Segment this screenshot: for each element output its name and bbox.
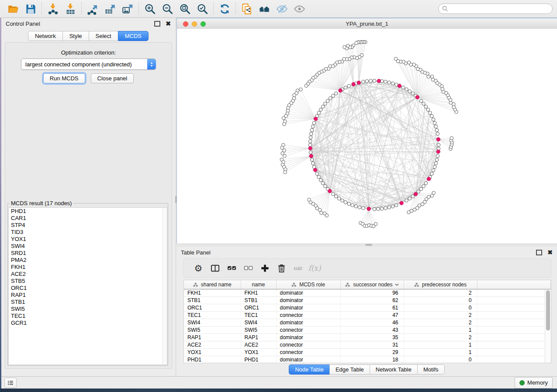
splitter-grip[interactable]: [365, 244, 372, 246]
export-network-button[interactable]: [84, 1, 101, 16]
float-window-icon[interactable]: [154, 21, 160, 27]
network-canvas[interactable]: [177, 29, 557, 243]
column-header-predecessors[interactable]: predecessor nodes: [404, 280, 477, 289]
memory-status-icon: [519, 380, 525, 385]
add-row-button[interactable]: [256, 260, 273, 276]
cell-successor-nodes: 46: [340, 319, 404, 327]
zoom-in-icon: [144, 3, 156, 15]
table-scrollbar[interactable]: [545, 289, 551, 363]
cell-filler: [477, 327, 551, 334]
export-image-button[interactable]: [119, 1, 136, 16]
import-table-icon: [65, 3, 76, 15]
refresh-button[interactable]: [216, 1, 233, 16]
table-row[interactable]: SWI5SWI5connector431: [184, 327, 551, 334]
delete-row-button[interactable]: [273, 260, 290, 276]
mcds-result-item[interactable]: SRD1: [9, 250, 167, 257]
mcds-result-item[interactable]: YOX1: [9, 236, 167, 243]
horizontal-splitter[interactable]: [176, 243, 557, 247]
tab-edge-table[interactable]: Edge Table: [329, 364, 370, 375]
table-row[interactable]: FKH1FKH1dominator962: [184, 289, 551, 297]
checked-boxes-icon: [227, 264, 236, 273]
zoom-selected-button[interactable]: [194, 1, 211, 16]
mcds-result-item[interactable]: CAR1: [9, 215, 167, 222]
tab-mcds[interactable]: MCDS: [118, 31, 149, 41]
zoom-out-button[interactable]: [159, 1, 176, 16]
export-table-button[interactable]: [101, 1, 119, 16]
mcds-result-item[interactable]: FKH1: [9, 264, 167, 271]
cell-predecessor-nodes: 2: [404, 334, 477, 341]
vertical-splitter[interactable]: [175, 18, 176, 376]
tab-network-table[interactable]: Network Table: [370, 364, 417, 375]
search-input[interactable]: [450, 5, 549, 13]
show-columns-button[interactable]: [207, 260, 223, 276]
close-panel-icon[interactable]: ✖: [547, 249, 553, 255]
memory-button[interactable]: Memory: [515, 377, 553, 389]
table-row[interactable]: STB1STB1dominator620: [184, 297, 551, 304]
zoom-in-button[interactable]: [141, 1, 159, 16]
select-all-button[interactable]: [223, 260, 240, 276]
application-window: Control Panel ✖ NetworkStyleSelectMCDS O…: [0, 0, 557, 392]
show-panels-button[interactable]: [4, 378, 17, 388]
float-window-icon[interactable]: [536, 250, 542, 255]
apply-function-button[interactable]: f(x): [306, 260, 323, 276]
open-folder-icon: [7, 3, 19, 15]
cell-successor-nodes: 43: [340, 327, 404, 334]
mcds-result-item[interactable]: STB1: [9, 299, 167, 306]
zoom-fit-button[interactable]: [176, 1, 194, 16]
cell-name: SWI5: [241, 327, 276, 334]
hide-selected-button[interactable]: [273, 1, 291, 16]
network-titlebar[interactable]: YPA_prune.txt_1: [177, 18, 557, 30]
first-neighbors-button[interactable]: [256, 1, 273, 16]
tab-node-table[interactable]: Node Table: [289, 364, 329, 375]
tab-select[interactable]: Select: [89, 31, 118, 41]
table-row[interactable]: SWI4SWI4dominator462: [184, 319, 551, 327]
column-header-name[interactable]: name: [241, 280, 276, 289]
tab-motifs[interactable]: Motifs: [417, 364, 445, 375]
table-row[interactable]: YOX1YOX1connector291: [184, 349, 551, 356]
mcds-result-item[interactable]: TID3: [9, 229, 167, 236]
tab-style[interactable]: Style: [62, 31, 89, 41]
duplicate-network-button[interactable]: [238, 1, 256, 16]
show-all-button[interactable]: [291, 1, 308, 16]
save-session-button[interactable]: [22, 1, 39, 16]
cell-mcds-role: connector: [276, 327, 340, 334]
mcds-result-item[interactable]: PMA2: [9, 257, 167, 264]
criterion-dropdown[interactable]: largest connected component (undirected)…: [21, 58, 156, 70]
run-mcds-button[interactable]: Run MCDS: [43, 73, 85, 83]
column-header-successors[interactable]: successor nodes: [340, 280, 404, 289]
open-file-button[interactable]: [4, 1, 22, 16]
import-network-button[interactable]: [44, 1, 62, 16]
sort-desc-icon: [395, 283, 399, 286]
tab-network[interactable]: Network: [28, 31, 62, 41]
cell-filler: [477, 304, 551, 312]
mcds-result-item[interactable]: SWI4: [9, 243, 167, 250]
mcds-result-item[interactable]: STP4: [9, 222, 167, 229]
mcds-result-item[interactable]: ACE2: [9, 271, 167, 278]
column-header-role[interactable]: MCDS role: [276, 280, 340, 289]
cell-predecessor-nodes: 0: [404, 297, 477, 304]
mcds-result-item[interactable]: RAP1: [9, 292, 167, 299]
close-panel-icon[interactable]: ✖: [166, 21, 171, 27]
scrollbar-thumb[interactable]: [546, 290, 550, 330]
unselect-all-button[interactable]: [240, 260, 256, 276]
column-header-shared-name[interactable]: shared name: [184, 280, 241, 289]
import-table-button[interactable]: [62, 1, 79, 16]
close-panel-button[interactable]: Close panel: [91, 73, 134, 83]
mcds-result-item[interactable]: TEC1: [9, 313, 167, 320]
mcds-result-item[interactable]: SWI5: [9, 306, 167, 313]
table-row[interactable]: RAP1RAP1dominator352: [184, 334, 551, 341]
table-row[interactable]: TEC1TEC1connector472: [184, 312, 551, 319]
table-row[interactable]: ORC1ORC1dominator610: [184, 304, 551, 312]
table-settings-button[interactable]: ⚙: [190, 260, 207, 276]
splitter-grip[interactable]: [175, 196, 176, 203]
mcds-result-item[interactable]: STB5: [9, 278, 167, 285]
cell-shared-name: FKH1: [184, 289, 241, 297]
mcds-result-item[interactable]: GCR1: [9, 320, 167, 327]
delete-column-button[interactable]: [290, 260, 306, 276]
list-scrollbar[interactable]: [163, 208, 167, 364]
mcds-result-item[interactable]: PHD1: [9, 208, 167, 215]
control-panel-title: Control Panel: [6, 21, 40, 27]
table-row[interactable]: ACE2ACE2connector311: [184, 341, 551, 349]
mcds-result-item[interactable]: ORC1: [9, 285, 167, 292]
table-row[interactable]: PHD1PHD1dominator180: [184, 356, 551, 364]
